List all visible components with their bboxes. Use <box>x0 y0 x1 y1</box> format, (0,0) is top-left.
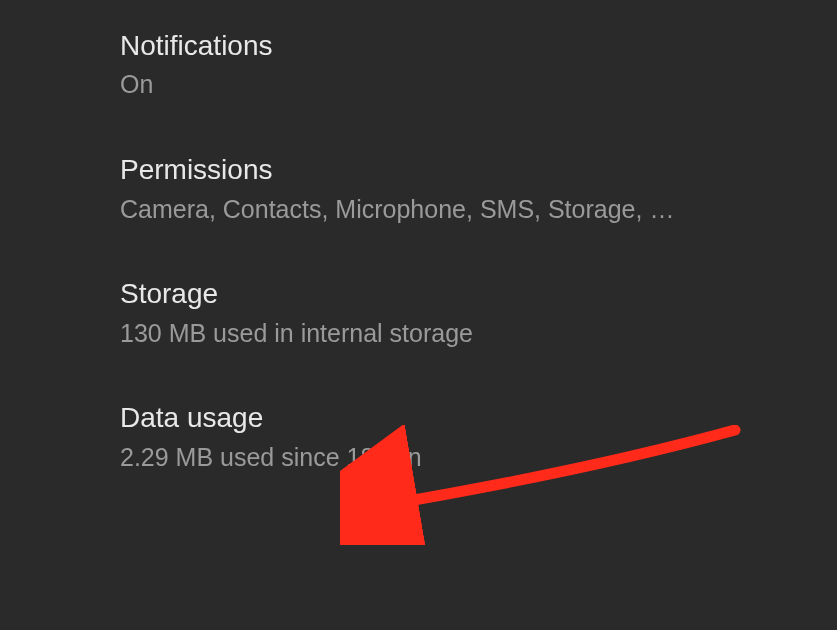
storage-title: Storage <box>120 276 817 312</box>
data-usage-title: Data usage <box>120 400 817 436</box>
permissions-subtitle: Camera, Contacts, Microphone, SMS, Stora… <box>120 193 817 227</box>
permissions-item[interactable]: Permissions Camera, Contacts, Microphone… <box>120 140 817 264</box>
data-usage-subtitle: 2.29 MB used since 18 Jun <box>120 441 817 475</box>
app-info-settings-list: Notifications On Permissions Camera, Con… <box>0 0 837 513</box>
data-usage-item[interactable]: Data usage 2.29 MB used since 18 Jun <box>120 388 817 512</box>
storage-item[interactable]: Storage 130 MB used in internal storage <box>120 264 817 388</box>
notifications-title: Notifications <box>120 28 817 64</box>
notifications-subtitle: On <box>120 68 817 102</box>
storage-subtitle: 130 MB used in internal storage <box>120 317 817 351</box>
permissions-title: Permissions <box>120 152 817 188</box>
notifications-item[interactable]: Notifications On <box>120 16 817 140</box>
